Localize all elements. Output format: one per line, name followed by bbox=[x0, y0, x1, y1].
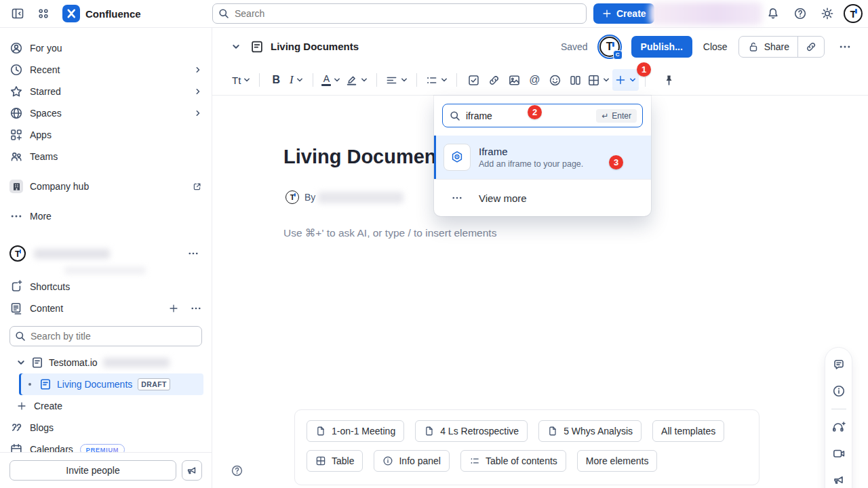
breadcrumb-expand-button[interactable] bbox=[227, 38, 245, 56]
sidebar-item-recent[interactable]: Recent bbox=[0, 59, 212, 81]
insert-table-button[interactable]: Table bbox=[307, 450, 363, 472]
table-icon bbox=[587, 74, 600, 87]
more-horizontal-icon bbox=[190, 302, 202, 314]
create-button[interactable]: Create bbox=[593, 3, 654, 24]
megaphone-icon bbox=[832, 473, 846, 487]
table-button[interactable] bbox=[585, 69, 612, 91]
document-title[interactable]: Living Documents bbox=[283, 146, 454, 168]
support-button[interactable] bbox=[829, 417, 849, 437]
feedback-button[interactable] bbox=[182, 460, 202, 481]
video-button[interactable] bbox=[829, 443, 849, 464]
star-icon bbox=[9, 85, 23, 98]
content-search-input[interactable] bbox=[9, 326, 202, 346]
app-switcher-button[interactable] bbox=[33, 3, 54, 24]
more-elements-button[interactable]: More elements bbox=[577, 450, 658, 472]
announcements-button[interactable] bbox=[829, 470, 849, 488]
collaborator-avatar[interactable]: T C bbox=[597, 35, 622, 59]
content-icon bbox=[9, 302, 23, 315]
confluence-brand[interactable]: Confluence bbox=[62, 5, 141, 22]
editor-help-button[interactable] bbox=[231, 464, 243, 477]
highlight-button[interactable] bbox=[343, 69, 370, 91]
sidebar-item-spaces[interactable]: Spaces bbox=[0, 102, 212, 124]
close-button[interactable]: Close bbox=[702, 41, 729, 52]
bell-icon bbox=[766, 7, 780, 20]
layout-button[interactable] bbox=[565, 69, 585, 91]
settings-button[interactable] bbox=[816, 3, 838, 24]
plus-icon bbox=[16, 401, 27, 411]
editor-placeholder[interactable]: Use ⌘+' to ask AI, or type / to insert e… bbox=[283, 227, 496, 239]
content-more-button[interactable] bbox=[190, 302, 202, 314]
italic-button[interactable]: I bbox=[286, 69, 307, 91]
video-camera-icon bbox=[832, 447, 846, 460]
sidebar-toggle-button[interactable] bbox=[7, 3, 28, 24]
sidebar-item-content[interactable]: Content bbox=[0, 298, 212, 319]
comments-button[interactable] bbox=[829, 354, 849, 375]
sidebar-item-shortcuts[interactable]: Shortcuts bbox=[0, 276, 212, 298]
comment-icon bbox=[832, 358, 846, 371]
annotation-step-3: 3 bbox=[609, 155, 623, 169]
sidebar-item-apps[interactable]: Apps bbox=[0, 124, 212, 146]
all-templates-button[interactable]: All templates bbox=[652, 420, 724, 442]
bold-button[interactable]: B bbox=[266, 69, 286, 91]
task-button[interactable] bbox=[463, 69, 484, 91]
info-icon bbox=[832, 384, 846, 398]
emoji-button[interactable] bbox=[545, 69, 565, 91]
content-add-button[interactable] bbox=[168, 303, 179, 314]
insert-element-button[interactable] bbox=[612, 69, 639, 91]
sidebar-item-starred[interactable]: Starred bbox=[0, 81, 212, 102]
sidebar-item-blogs[interactable]: Blogs bbox=[0, 417, 212, 439]
insert-info-panel-button[interactable]: Info panel bbox=[374, 450, 450, 472]
text-color-button[interactable]: A bbox=[319, 69, 343, 91]
template-4ls-retrospective[interactable]: 4 Ls Retrospective bbox=[415, 420, 528, 442]
space-name-blur bbox=[34, 249, 110, 259]
global-search-input[interactable] bbox=[212, 3, 587, 24]
details-button[interactable] bbox=[829, 381, 849, 401]
template-5-whys-analysis[interactable]: 5 Whys Analysis bbox=[538, 420, 642, 442]
profile-button[interactable]: T bbox=[844, 4, 863, 23]
collaborator-count-badge: C bbox=[613, 50, 623, 60]
mention-button[interactable]: @ bbox=[524, 69, 545, 91]
insert-image-button[interactable] bbox=[504, 69, 524, 91]
teams-icon bbox=[9, 150, 23, 163]
help-button[interactable] bbox=[789, 3, 811, 24]
sidebar-item-more[interactable]: More bbox=[0, 205, 212, 227]
insert-toc-button[interactable]: Table of contents bbox=[460, 450, 566, 472]
share-button[interactable]: Share bbox=[739, 37, 797, 57]
pin-toolbar-button[interactable] bbox=[658, 69, 679, 91]
insert-link-button[interactable] bbox=[484, 69, 504, 91]
tree-item-space-root[interactable]: Testomat.io bbox=[0, 352, 212, 373]
alignment-button[interactable] bbox=[383, 69, 410, 91]
image-icon bbox=[508, 74, 521, 87]
chevron-down-icon bbox=[400, 76, 408, 84]
headset-add-icon bbox=[831, 420, 846, 434]
invite-people-button[interactable]: Invite people bbox=[9, 460, 176, 481]
page-more-button[interactable] bbox=[834, 36, 856, 58]
sidebar-item-teams[interactable]: Teams bbox=[0, 146, 212, 167]
info-icon bbox=[382, 455, 393, 466]
space-more-button[interactable] bbox=[184, 245, 202, 262]
sidebar-item-company-hub[interactable]: Company hub bbox=[0, 176, 212, 197]
view-more-button[interactable]: View more bbox=[434, 179, 651, 216]
template-1on1-meeting[interactable]: 1-on-1 Meeting bbox=[307, 420, 404, 442]
space-avatar: T bbox=[9, 245, 26, 262]
sidebar-footer: Invite people bbox=[0, 452, 212, 488]
at-icon: @ bbox=[529, 74, 540, 86]
sidebar-item-for-you[interactable]: For you bbox=[0, 37, 212, 59]
notifications-button[interactable] bbox=[762, 3, 784, 24]
tree-item-living-documents[interactable]: Living Documents DRAFT bbox=[19, 373, 203, 395]
chevron-right-icon bbox=[194, 109, 202, 117]
file-icon bbox=[547, 426, 558, 436]
publish-button[interactable]: Publish... bbox=[631, 36, 692, 58]
sidebar: For you Recent Starred Spaces Apps Teams… bbox=[0, 28, 212, 488]
text-style-button[interactable]: Tt bbox=[230, 69, 253, 91]
copy-link-button[interactable] bbox=[798, 37, 824, 57]
tree-create-button[interactable]: Create bbox=[0, 395, 212, 417]
brand-name: Confluence bbox=[85, 8, 141, 20]
page-header: Living Documents Saved T C Publish... Cl… bbox=[212, 28, 868, 65]
top-navigation-bar: Confluence Create T bbox=[0, 0, 868, 28]
list-button[interactable] bbox=[423, 69, 450, 91]
divider bbox=[259, 73, 260, 87]
quote-icon bbox=[9, 421, 23, 434]
chevron-down-icon bbox=[16, 358, 26, 367]
space-header[interactable]: T bbox=[0, 241, 212, 266]
